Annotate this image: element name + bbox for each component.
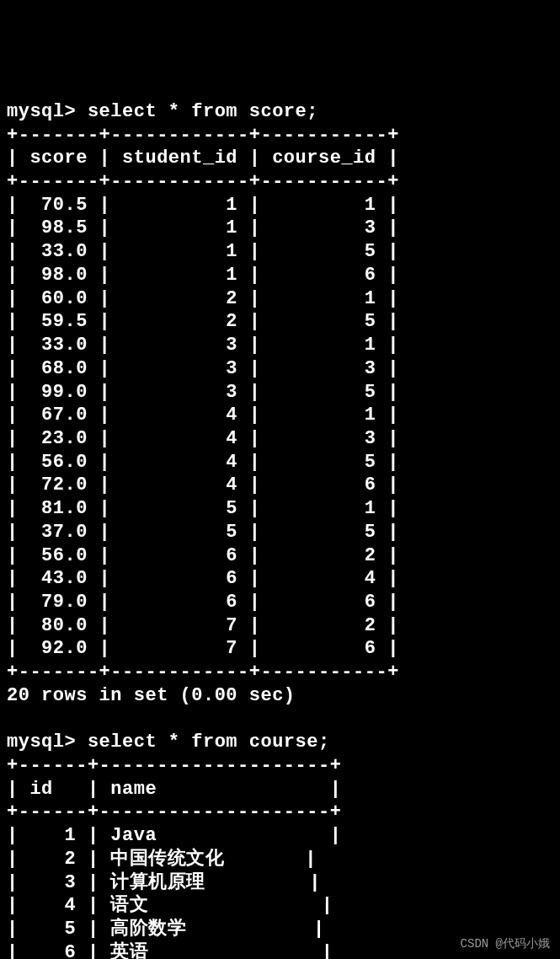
status-1: 20 rows in set (0.00 sec)	[7, 685, 296, 706]
table2-body: | 1 | Java | | 2 | 中国传统文化 | | 3 | 计算机原理 …	[7, 825, 341, 959]
col-course-id: course_id	[272, 147, 376, 169]
table2-border-mid: +------+--------------------+	[7, 801, 341, 822]
table1-border-mid: +-------+------------+-----------+	[7, 171, 399, 192]
prompt-line-1: mysql> select * from score;	[7, 101, 318, 122]
query-command-2: select * from course;	[88, 731, 330, 753]
terminal-output: mysql> select * from score; +-------+---…	[7, 100, 553, 959]
table2-header: | id | name |	[7, 779, 341, 800]
table2-border-top: +------+--------------------+	[7, 755, 341, 776]
prompt-line-2: mysql> select * from course;	[7, 731, 330, 753]
col-id: id	[29, 779, 52, 800]
table1-body: | 70.5 | 1 | 1 | | 98.5 | 1 | 3 | | 33.0…	[7, 195, 399, 660]
query-command-1: select * from score;	[88, 101, 318, 122]
mysql-prompt: mysql>	[7, 731, 76, 753]
watermark: CSDN @代码小娥	[461, 937, 550, 952]
table1-header: | score | student_id | course_id |	[7, 147, 399, 169]
col-score: score	[29, 147, 88, 169]
table1-border-top: +-------+------------+-----------+	[7, 125, 399, 146]
table1-border-bot: +-------+------------+-----------+	[7, 662, 399, 683]
mysql-prompt: mysql>	[7, 101, 76, 122]
col-name: name	[110, 779, 157, 800]
col-student-id: student_id	[122, 147, 237, 169]
